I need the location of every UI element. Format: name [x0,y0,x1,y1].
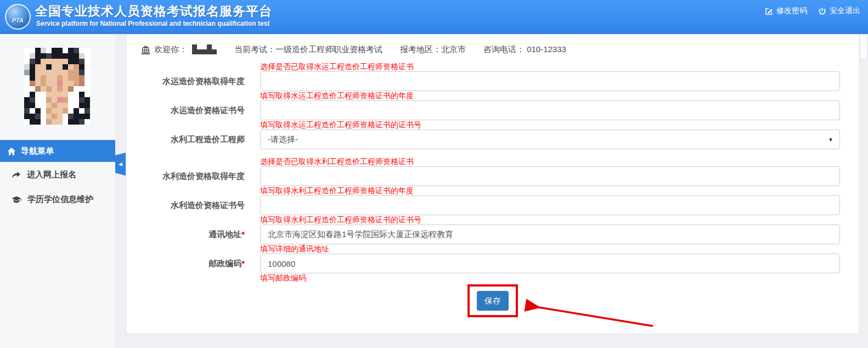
water-conservancy-cost-qualification-year-input[interactable] [260,166,840,186]
app-subtitle: Service platform for National Profession… [36,20,269,27]
form-row: 水利造价资格证书号 [127,195,859,215]
field-label: 邮政编码 [208,259,241,268]
form-row: 通讯地址* [127,224,859,244]
field-hint: 选择是否已取得水运工程造价工程师资格证书 [260,63,859,71]
annotation-arrow [520,299,656,332]
censored-user-name [192,44,217,54]
water-conservancy-cost-engineer-select[interactable]: -请选择-▼ [260,130,840,149]
sidebar: 导航菜单 进入网上报名 学历学位信息维护 [0,34,115,348]
postal-code-input[interactable] [260,254,840,273]
form-row: 水运造价资格取得年度 [127,71,859,91]
water-conservancy-cost-certificate-number-input[interactable] [260,195,840,215]
sidebar-item-education-degree-maintenance[interactable]: 学历学位信息维护 [0,192,115,207]
bank-icon [141,44,150,54]
annotation-box: 保存 [467,284,518,317]
field-hint: 选择是否已取得水利工程造价工程师资格证书 [260,158,859,166]
sidebar-collapse-handle[interactable]: ◀ [115,153,126,176]
sidebar-item-nav-menu[interactable]: 导航菜单 [0,140,115,162]
app-title: 全国专业技术人员资格考试报名服务平台 [35,3,272,20]
logout-link[interactable]: 安全退出 [818,6,860,16]
save-button[interactable]: 保存 [477,291,509,311]
field-hint: 填写取得水运工程造价工程师资格证书的证书号 [260,121,859,129]
app-header: PTA 全国专业技术人员资格考试报名服务平台 Service platform … [0,0,868,34]
field-label: 水运造价资格证书号 [171,105,245,115]
field-label: 水利工程造价工程师 [171,134,245,144]
save-area: 保存 [127,284,859,323]
welcome-bar: 欢迎你： 当前考试：一级造价工程师职业资格考试 报考地区：北京市 咨询电话： 0… [127,35,859,56]
vertical-scrollbar[interactable] [859,34,868,334]
form-row: 水利造价资格取得年度 [127,166,859,186]
select-value: -请选择- [268,134,298,145]
form-row: 水利工程造价工程师 -请选择-▼ [127,130,859,149]
dropdown-arrow-icon: ▼ [828,137,833,143]
form-row: 邮政编码* [127,254,859,273]
graduation-cap-icon [12,194,21,204]
pta-logo: PTA [5,4,31,30]
power-icon [818,7,826,15]
share-arrow-icon [12,170,21,179]
field-hint: 填写取得水运工程造价工程师资格证书的年度 [260,92,859,100]
chevron-left-icon: ◀ [119,161,122,167]
field-label: 水利造价资格取得年度 [162,171,245,181]
field-hint: 填写详细的通讯地址 [260,245,859,253]
mailing-address-input[interactable] [260,224,840,244]
field-label: 通讯地址 [208,229,241,239]
avatar [24,48,90,125]
field-hint: 填写取得水利工程造价工程师资格证书的证书号 [260,216,859,224]
exam-region-text: 报考地区：北京市 [400,44,466,55]
current-exam-text: 当前考试：一级造价工程师职业资格考试 [234,44,382,55]
main-panel: 欢迎你： 当前考试：一级造价工程师职业资格考试 报考地区：北京市 咨询电话： 0… [126,34,859,334]
field-hint: 填写邮政编码 [260,274,859,282]
consult-phone-text: 咨询电话： 010-12333 [483,44,566,55]
water-transport-cost-qualification-year-input[interactable] [260,71,840,91]
field-label: 水运造价资格取得年度 [162,76,245,86]
scrollbar-thumb[interactable] [860,34,867,59]
field-hint: 填写取得水利工程造价工程师资格证书的年度 [260,187,859,195]
water-transport-cost-certificate-number-input[interactable] [260,100,840,120]
form-row: 水运造价资格证书号 [127,100,859,120]
greeting-label: 欢迎你： [154,44,187,55]
change-password-link[interactable]: 修改密码 [765,6,807,16]
edit-icon [765,7,773,15]
home-icon [7,146,16,156]
sidebar-item-enter-online-registration[interactable]: 进入网上报名 [0,167,115,182]
field-label: 水利造价资格证书号 [171,200,245,210]
